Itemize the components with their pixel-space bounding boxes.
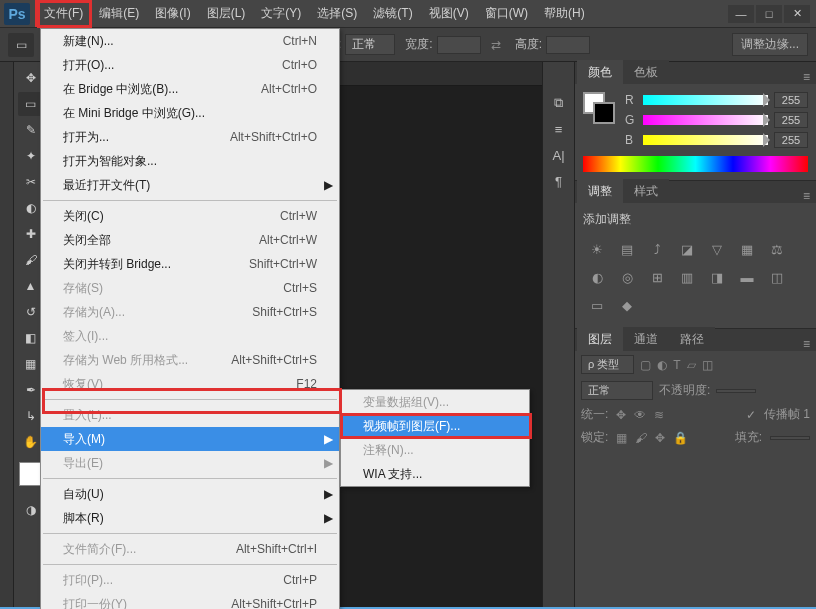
file-menu-item[interactable]: 新建(N)...Ctrl+N [41,29,339,53]
file-menu-item[interactable]: 打开为智能对象... [41,149,339,173]
filter-pixel-icon[interactable]: ▢ [640,358,651,372]
lookup-icon[interactable]: ▥ [677,268,697,286]
bw-icon[interactable]: ◐ [587,268,607,286]
swap-icon[interactable]: ⇄ [491,38,505,52]
file-menu-item[interactable]: 打开为...Alt+Shift+Ctrl+O [41,125,339,149]
file-menu-item[interactable]: 关闭并转到 Bridge...Shift+Ctrl+W [41,252,339,276]
balance-icon[interactable]: ⚖ [767,240,787,258]
tab-swatches[interactable]: 色板 [623,60,669,84]
file-menu-item[interactable]: 关闭全部Alt+Ctrl+W [41,228,339,252]
history-icon[interactable]: ⧉ [549,94,569,112]
menu-help[interactable]: 帮助(H) [536,1,593,26]
minimize-button[interactable]: — [728,5,754,23]
blend-mode-select[interactable]: 正常 [581,381,653,400]
layer-kind-select[interactable]: ρ 类型 [581,355,634,374]
foreground-swatch[interactable] [19,462,43,486]
import-menu-item: 注释(N)... [341,438,529,462]
b-value[interactable]: 255 [774,132,808,148]
b-slider[interactable] [643,135,768,145]
filter-type-icon[interactable]: T [673,358,680,372]
menu-label: 打印(P)... [63,572,113,589]
refine-edge-button[interactable]: 调整边缘... [732,33,808,56]
menu-layer[interactable]: 图层(L) [199,1,254,26]
lock-pos-icon[interactable]: ✥ [655,431,665,445]
import-menu-item[interactable]: 视频帧到图层(F)... [341,414,529,438]
lock-pixel-icon[interactable]: 🖌 [635,431,647,445]
close-button[interactable]: ✕ [784,5,810,23]
panel-menu-icon[interactable]: ≡ [797,337,816,351]
menu-filter[interactable]: 滤镜(T) [365,1,420,26]
tab-channels[interactable]: 通道 [623,327,669,351]
invert-icon[interactable]: ◨ [707,268,727,286]
bg-color[interactable] [593,102,615,124]
menu-window[interactable]: 窗口(W) [477,1,536,26]
panel-menu-icon[interactable]: ≡ [797,70,816,84]
fill-input[interactable] [770,436,810,440]
shortcut: Ctrl+P [243,573,317,587]
filter-adjust-icon[interactable]: ◐ [657,358,667,372]
file-menu-item[interactable]: 在 Bridge 中浏览(B)...Alt+Ctrl+O [41,77,339,101]
tool-indicator: ▭ [8,33,34,57]
height-input[interactable] [546,36,590,54]
unify-style-icon[interactable]: ≋ [654,408,664,422]
lock-all-icon[interactable]: 🔒 [673,431,688,445]
tab-adjust[interactable]: 调整 [577,179,623,203]
file-menu-item[interactable]: 导入(M)▶ [41,427,339,451]
selective-icon[interactable]: ◆ [617,296,637,314]
style-select[interactable]: 正常 [345,34,395,55]
menu-view[interactable]: 视图(V) [421,1,477,26]
threshold-icon[interactable]: ◫ [767,268,787,286]
unify-pos-icon[interactable]: ✥ [616,408,626,422]
menu-edit[interactable]: 编辑(E) [91,1,147,26]
unify-vis-icon[interactable]: 👁 [634,408,646,422]
menu-image[interactable]: 图像(I) [147,1,198,26]
file-menu-item[interactable]: 关闭(C)Ctrl+W [41,204,339,228]
r-slider[interactable] [643,95,768,105]
g-value[interactable]: 255 [774,112,808,128]
file-menu-item[interactable]: 最近打开文件(T)▶ [41,173,339,197]
g-slider[interactable] [643,115,768,125]
r-value[interactable]: 255 [774,92,808,108]
width-input[interactable] [437,36,481,54]
menu-type[interactable]: 文字(Y) [253,1,309,26]
file-menu-item[interactable]: 打开(O)...Ctrl+O [41,53,339,77]
posterize-icon[interactable]: ▬ [737,268,757,286]
file-menu-item[interactable]: 在 Mini Bridge 中浏览(G)... [41,101,339,125]
filter-smart-icon[interactable]: ◫ [702,358,713,372]
vibrance-icon[interactable]: ▽ [707,240,727,258]
window-controls: — □ ✕ [728,5,816,23]
panel-menu-icon[interactable]: ≡ [797,189,816,203]
menu-select[interactable]: 选择(S) [309,1,365,26]
import-menu-item[interactable]: WIA 支持... [341,462,529,486]
file-menu-dropdown: 新建(N)...Ctrl+N打开(O)...Ctrl+O在 Bridge 中浏览… [40,28,340,609]
menu-label: 存储(S) [63,280,103,297]
gradient-map-icon[interactable]: ▭ [587,296,607,314]
brightness-icon[interactable]: ☀ [587,240,607,258]
filter-shape-icon[interactable]: ▱ [687,358,696,372]
tab-styles[interactable]: 样式 [623,179,669,203]
tab-layers[interactable]: 图层 [577,327,623,351]
levels-icon[interactable]: ▤ [617,240,637,258]
char-icon[interactable]: A| [549,146,569,164]
properties-icon[interactable]: ≡ [549,120,569,138]
height-label: 高度: [515,36,542,53]
mixer-icon[interactable]: ⊞ [647,268,667,286]
menu-label: 脚本(R) [63,510,104,527]
opacity-input[interactable] [716,389,756,393]
shortcut: Alt+Ctrl+W [219,233,317,247]
shortcut: Alt+Shift+Ctrl+S [191,353,317,367]
tab-color[interactable]: 颜色 [577,60,623,84]
lock-trans-icon[interactable]: ▦ [616,431,627,445]
para-icon[interactable]: ¶ [549,172,569,190]
color-spectrum[interactable] [583,156,808,172]
file-menu-item[interactable]: 自动(U)▶ [41,482,339,506]
menu-file[interactable]: 文件(F) [36,1,91,26]
file-menu-item[interactable]: 脚本(R)▶ [41,506,339,530]
layers-panel: 图层 通道 路径 ≡ ρ 类型 ▢ ◐ T ▱ ◫ 正常 不透明度: 统一: ✥ [575,329,816,609]
exposure-icon[interactable]: ◪ [677,240,697,258]
hue-icon[interactable]: ▦ [737,240,757,258]
tab-paths[interactable]: 路径 [669,327,715,351]
curves-icon[interactable]: ⤴ [647,240,667,258]
photo-filter-icon[interactable]: ◎ [617,268,637,286]
maximize-button[interactable]: □ [756,5,782,23]
